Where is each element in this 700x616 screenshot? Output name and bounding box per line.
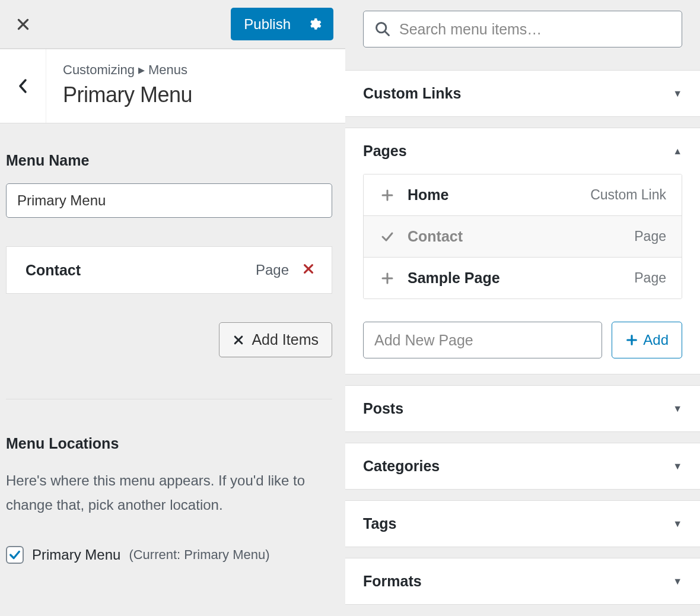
accordion-pages[interactable]: Pages ▲ Home Custom Link Contact Page Sa… <box>345 128 700 374</box>
menu-name-label: Menu Name <box>6 152 332 169</box>
add-new-page-input[interactable] <box>363 322 602 358</box>
search-icon <box>374 21 391 37</box>
close-button[interactable] <box>0 0 46 49</box>
location-sublabel: (Current: Primary Menu) <box>129 547 269 563</box>
publish-settings-button[interactable] <box>304 17 333 31</box>
check-icon <box>380 230 394 244</box>
page-item-contact[interactable]: Contact Page <box>364 215 682 257</box>
chevron-left-icon <box>17 78 29 94</box>
search-box[interactable] <box>363 11 682 47</box>
menu-item-remove-button[interactable] <box>302 262 315 278</box>
menu-name-input[interactable] <box>6 183 332 218</box>
search-input[interactable] <box>399 21 671 38</box>
location-checkbox[interactable] <box>6 546 24 564</box>
back-button[interactable] <box>0 49 46 123</box>
add-page-button[interactable]: Add <box>612 322 682 358</box>
close-icon <box>233 334 244 346</box>
chevron-up-icon: ▲ <box>673 146 682 157</box>
divider <box>6 399 332 399</box>
check-icon <box>8 548 21 561</box>
accordion-tags[interactable]: Tags ▼ <box>345 500 700 547</box>
chevron-down-icon: ▼ <box>673 88 682 99</box>
close-icon <box>15 17 31 32</box>
chevron-down-icon: ▼ <box>673 404 682 414</box>
location-label: Primary Menu <box>32 547 120 563</box>
chevron-down-icon: ▼ <box>673 461 682 472</box>
menu-item-title: Contact <box>26 262 256 279</box>
remove-icon <box>302 262 315 275</box>
plus-icon <box>380 188 394 202</box>
publish-button[interactable]: Publish <box>231 16 304 33</box>
chevron-down-icon: ▼ <box>673 576 682 587</box>
publish-group: Publish <box>231 8 333 40</box>
gear-icon <box>307 17 322 31</box>
plus-icon <box>625 334 638 347</box>
breadcrumb-header: Customizing▸Menus Primary Menu <box>0 49 345 123</box>
page-title: Primary Menu <box>63 82 192 107</box>
add-items-button[interactable]: Add Items <box>219 322 332 357</box>
plus-icon <box>380 271 394 285</box>
accordion-custom-links[interactable]: Custom Links ▼ <box>345 70 700 117</box>
menu-locations-heading: Menu Locations <box>6 435 332 452</box>
chevron-down-icon: ▼ <box>673 519 682 529</box>
accordion-categories[interactable]: Categories ▼ <box>345 443 700 490</box>
location-option: Primary Menu (Current: Primary Menu) <box>6 546 332 564</box>
menu-item-row[interactable]: Contact Page <box>6 246 332 294</box>
top-bar: Publish <box>0 0 345 49</box>
accordion-posts[interactable]: Posts ▼ <box>345 385 700 432</box>
breadcrumb: Customizing▸Menus <box>63 62 192 78</box>
page-item-home[interactable]: Home Custom Link <box>364 174 682 215</box>
menu-locations-description: Here's where this menu appears. If you'd… <box>6 469 332 517</box>
page-item-sample-page[interactable]: Sample Page Page <box>364 257 682 299</box>
accordion-formats[interactable]: Formats ▼ <box>345 558 700 605</box>
menu-item-type: Page <box>256 262 289 278</box>
